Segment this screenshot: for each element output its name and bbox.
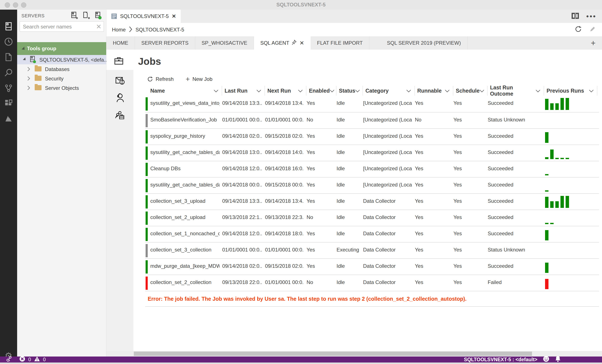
connections-icon[interactable] (0, 20, 17, 33)
tree-item-security[interactable]: Security (17, 74, 106, 83)
chevron-right-icon[interactable] (27, 85, 30, 92)
tab-server-reports[interactable]: SERVER REPORTS (135, 36, 195, 50)
table-row[interactable]: sysutility_get_cache_tables_data_in09/14… (145, 145, 599, 161)
table-row[interactable]: SmoBaselineVerification_Job01/01/0001 00… (145, 112, 599, 128)
pin-tab-icon[interactable] (292, 40, 297, 46)
split-editor-icon[interactable] (572, 13, 579, 20)
column-header-label: Previous Runs (547, 88, 584, 94)
tab-sql-server-2019[interactable]: SQL SERVER 2019 (PREVIEW) (380, 36, 467, 50)
column-header-label: Enabled (309, 88, 330, 94)
new-connection-icon[interactable] (70, 11, 78, 20)
close-tab-icon[interactable]: ✕ (172, 13, 176, 19)
errors-icon[interactable] (19, 356, 25, 363)
alerts-icon[interactable] (106, 74, 133, 87)
feedback-smiley-icon[interactable] (543, 356, 549, 363)
expanded-arrow-icon[interactable] (23, 58, 27, 61)
tree-item-server[interactable]: SQLTOOLSVNEXT-5, <defa... (17, 55, 106, 64)
server-search-input[interactable] (22, 21, 94, 32)
sort-chevron-icon[interactable] (480, 88, 484, 94)
column-header-enabled[interactable]: Enabled (306, 86, 336, 95)
tree-item-databases[interactable]: Databases (17, 64, 106, 74)
more-actions-icon[interactable]: ••• (586, 14, 596, 18)
breadcrumb-current[interactable]: SQLTOOLSVNEXT-5 (136, 27, 184, 33)
tab-sp-whoisactive[interactable]: SP_WHOISACTIVE (195, 36, 254, 50)
clear-search-icon[interactable]: ✕ (96, 23, 101, 30)
breadcrumb-home[interactable]: Home (112, 27, 126, 33)
cell-outcome: Status Unknown (485, 242, 542, 258)
column-header-schedule[interactable]: Schedule (453, 86, 487, 95)
cell-schedule: Yes (451, 145, 485, 161)
tab-home[interactable]: HOME (106, 36, 135, 50)
cell-name: collection_set_1_noncached_collect (148, 226, 220, 242)
column-header-last-run[interactable]: Last Run (222, 86, 265, 95)
azure-icon[interactable] (0, 112, 17, 125)
horizontal-scrollbar-thumb[interactable] (134, 352, 532, 356)
sort-chevron-icon[interactable] (257, 88, 261, 94)
job-error-row[interactable]: Error: The job failed. The Job was invok… (145, 291, 599, 307)
table-row[interactable]: collection_set_1_noncached_collect09/14/… (145, 226, 599, 242)
table-row[interactable]: syspolicy_purge_history09/14/2018 02:0..… (145, 128, 599, 145)
table-row[interactable]: collection_set_3_upload09/14/2018 13:3..… (145, 193, 599, 210)
previous-run-bar (545, 263, 548, 273)
search-icon[interactable] (0, 66, 17, 79)
column-header-name[interactable]: Name (148, 86, 222, 95)
sort-chevron-icon[interactable] (355, 88, 360, 94)
table-header-row: NameLast RunNext RunEnabledStatusCategor… (145, 85, 599, 96)
connection-label[interactable]: SQLTOOLSVNEXT-5 : <default> (464, 357, 537, 363)
table-row[interactable]: sysutility_get_cache_tables_data_in09/14… (145, 177, 599, 193)
proxies-icon[interactable] (106, 109, 133, 122)
sort-chevron-icon[interactable] (406, 88, 411, 94)
new-job-button[interactable]: + New Job (186, 75, 212, 83)
column-header-previous-runs[interactable]: Previous Runs (544, 86, 597, 95)
table-row[interactable]: collection_set_2_upload09/13/2018 22:1..… (145, 210, 599, 226)
server-group-header[interactable]: Tools group (17, 42, 106, 55)
chevron-right-icon[interactable] (27, 66, 30, 73)
sort-chevron-icon[interactable] (445, 88, 450, 94)
task-history-icon[interactable] (0, 35, 17, 49)
refresh-dashboard-icon[interactable] (575, 25, 582, 34)
warnings-icon[interactable] (34, 356, 40, 363)
table-row[interactable]: mdw_purge_data_[keep_MDW]09/14/2018 02:0… (145, 258, 599, 275)
previous-run-bar (550, 103, 554, 110)
breadcrumb-row: Home SQLTOOLSVNEXT-5 (106, 23, 602, 36)
column-header-next-run[interactable]: Next Run (265, 86, 306, 95)
tab-sql-agent[interactable]: SQL AGENT ✕ (254, 36, 311, 50)
column-header-last-run-outcome[interactable]: Last Run Outcome (487, 86, 544, 95)
column-header-category[interactable]: Category (363, 86, 414, 95)
tree-item-server-objects[interactable]: Server Objects (17, 83, 106, 93)
close-dashboard-tab-icon[interactable]: ✕ (300, 40, 304, 46)
cell-next-run: 09/14/2018 16:0... (262, 161, 304, 177)
cell-name: syspolicy_purge_history (148, 129, 220, 145)
extensions-icon[interactable] (0, 96, 17, 110)
previous-run-bar (545, 223, 548, 224)
connection-status-icon[interactable] (6, 356, 12, 363)
job-status-color-bar (146, 130, 148, 144)
refresh-button[interactable]: Refresh (147, 76, 174, 82)
sort-chevron-icon[interactable] (536, 88, 540, 94)
new-dashboard-tab-icon[interactable]: + (591, 39, 596, 47)
file-explorer-icon[interactable] (0, 50, 17, 64)
folder-icon (35, 66, 42, 72)
table-row[interactable]: collection_set_3_collection01/01/0001 00… (145, 242, 599, 258)
table-row[interactable]: Cleanup DBs09/14/2018 12:0...09/14/2018 … (145, 161, 599, 177)
new-server-group-icon[interactable] (82, 11, 90, 20)
column-header-runnable[interactable]: Runnable (414, 86, 453, 95)
active-connections-icon[interactable] (94, 11, 102, 20)
editor-tab[interactable]: SQLTOOLSVNEXT-5 ✕ (106, 10, 181, 23)
table-row[interactable]: collection_set_2_collection09/13/2018 22… (145, 275, 599, 291)
chevron-right-icon[interactable] (27, 76, 30, 82)
sort-chevron-icon[interactable] (330, 88, 334, 94)
sort-chevron-icon[interactable] (589, 88, 594, 94)
column-header-status[interactable]: Status (336, 86, 363, 95)
sort-chevron-icon[interactable] (214, 88, 218, 94)
cell-category: [Uncategorized (Loca... (361, 96, 412, 112)
source-control-icon[interactable] (0, 81, 17, 95)
sort-chevron-icon[interactable] (298, 88, 303, 94)
cell-next-run: 09/13/2018 22:3... (262, 210, 304, 226)
table-row[interactable]: sysutility_get_views_data_into_cach09/14… (145, 96, 599, 112)
notifications-bell-icon[interactable] (555, 356, 561, 363)
operators-icon[interactable] (106, 91, 133, 104)
tab-flat-file-import[interactable]: FLAT FILE IMPORT (311, 36, 369, 50)
job-status-color-bar (146, 244, 148, 257)
edit-dashboard-icon[interactable] (589, 26, 596, 33)
